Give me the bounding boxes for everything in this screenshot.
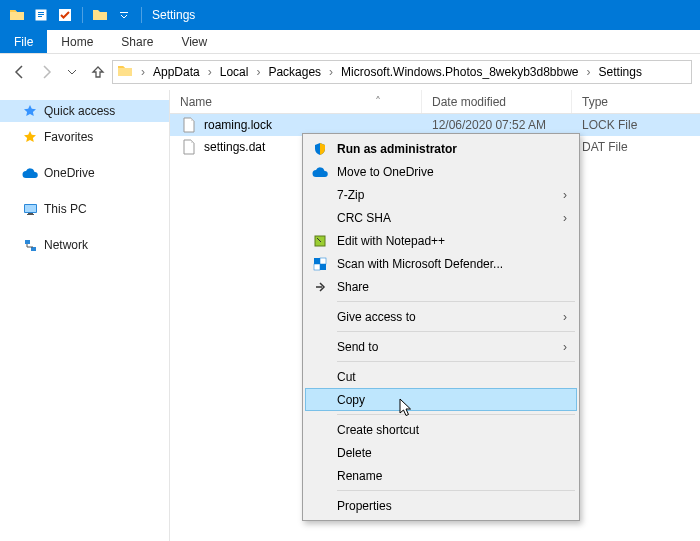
ctx-crc-sha[interactable]: CRC SHA › bbox=[305, 206, 577, 229]
ctx-label: Scan with Microsoft Defender... bbox=[337, 257, 503, 271]
ctx-cut[interactable]: Cut bbox=[305, 365, 577, 388]
tab-share[interactable]: Share bbox=[107, 30, 167, 53]
chevron-right-icon[interactable]: › bbox=[583, 65, 595, 79]
crumb-settings[interactable]: Settings bbox=[595, 65, 646, 79]
sidebar-label: OneDrive bbox=[44, 166, 95, 180]
header-date[interactable]: Date modified bbox=[422, 90, 572, 113]
crumb-packages[interactable]: Packages bbox=[264, 65, 325, 79]
ctx-create-shortcut[interactable]: Create shortcut bbox=[305, 418, 577, 441]
chevron-right-icon: › bbox=[563, 211, 567, 225]
file-name: settings.dat bbox=[204, 140, 265, 154]
sidebar-item-favorites[interactable]: Favorites bbox=[0, 126, 169, 148]
sidebar-item-quick-access[interactable]: Quick access bbox=[0, 100, 169, 122]
sidebar-item-this-pc[interactable]: This PC bbox=[0, 198, 169, 220]
back-button[interactable] bbox=[8, 60, 32, 84]
header-type[interactable]: Type bbox=[572, 90, 700, 113]
crumb-appdata[interactable]: AppData bbox=[149, 65, 204, 79]
ctx-label: Cut bbox=[337, 370, 356, 384]
address-bar[interactable]: › AppData › Local › Packages › Microsoft… bbox=[112, 60, 692, 84]
ctx-label: Properties bbox=[337, 499, 392, 513]
svg-rect-5 bbox=[120, 12, 128, 13]
chevron-right-icon[interactable]: › bbox=[325, 65, 337, 79]
cloud-icon bbox=[311, 163, 329, 181]
ctx-share[interactable]: Share bbox=[305, 275, 577, 298]
sidebar-label: Network bbox=[44, 238, 88, 252]
context-menu: Run as administrator Move to OneDrive 7-… bbox=[302, 133, 580, 521]
tab-file[interactable]: File bbox=[0, 30, 47, 53]
sidebar-label: This PC bbox=[44, 202, 87, 216]
properties-icon[interactable] bbox=[30, 4, 52, 26]
ctx-copy[interactable]: Copy bbox=[305, 388, 577, 411]
qat-dropdown-icon[interactable] bbox=[113, 4, 135, 26]
qat-divider-2 bbox=[141, 7, 142, 23]
crumb-photos[interactable]: Microsoft.Windows.Photos_8wekyb3d8bbwe bbox=[337, 65, 582, 79]
svg-rect-15 bbox=[314, 264, 320, 270]
file-icon bbox=[182, 117, 198, 133]
ctx-label: Edit with Notepad++ bbox=[337, 234, 445, 248]
address-folder-icon bbox=[117, 63, 135, 81]
ctx-label: Delete bbox=[337, 446, 372, 460]
nav-row: › AppData › Local › Packages › Microsoft… bbox=[0, 54, 700, 90]
ctx-separator bbox=[337, 490, 575, 491]
ctx-label: Create shortcut bbox=[337, 423, 419, 437]
sidebar-item-network[interactable]: Network bbox=[0, 234, 169, 256]
chevron-right-icon[interactable]: › bbox=[204, 65, 216, 79]
ctx-properties[interactable]: Properties bbox=[305, 494, 577, 517]
notepad-icon bbox=[311, 232, 329, 250]
crumb-local[interactable]: Local bbox=[216, 65, 253, 79]
up-button[interactable] bbox=[86, 60, 110, 84]
ctx-separator bbox=[337, 414, 575, 415]
ribbon-tabs: File Home Share View bbox=[0, 30, 700, 54]
chevron-right-icon[interactable]: › bbox=[252, 65, 264, 79]
chevron-right-icon: › bbox=[563, 188, 567, 202]
recent-dropdown[interactable] bbox=[60, 60, 84, 84]
window-title: Settings bbox=[152, 8, 195, 22]
svg-rect-2 bbox=[38, 14, 44, 15]
ctx-move-onedrive[interactable]: Move to OneDrive bbox=[305, 160, 577, 183]
folder-small-icon bbox=[89, 4, 111, 26]
titlebar: Settings bbox=[0, 0, 700, 30]
ctx-give-access[interactable]: Give access to › bbox=[305, 305, 577, 328]
chevron-right-icon[interactable]: › bbox=[137, 65, 149, 79]
share-icon bbox=[311, 278, 329, 296]
ctx-send-to[interactable]: Send to › bbox=[305, 335, 577, 358]
ctx-label: Share bbox=[337, 280, 369, 294]
sidebar-item-onedrive[interactable]: OneDrive bbox=[0, 162, 169, 184]
svg-rect-16 bbox=[320, 264, 326, 270]
ctx-label: Run as administrator bbox=[337, 142, 457, 156]
sidebar-label: Quick access bbox=[44, 104, 115, 118]
svg-rect-14 bbox=[320, 258, 326, 264]
svg-rect-11 bbox=[31, 247, 36, 251]
chevron-right-icon: › bbox=[563, 340, 567, 354]
tab-home[interactable]: Home bbox=[47, 30, 107, 53]
ctx-label: Give access to bbox=[337, 310, 416, 324]
ctx-rename[interactable]: Rename bbox=[305, 464, 577, 487]
breadcrumb: › AppData › Local › Packages › Microsoft… bbox=[137, 65, 646, 79]
ctx-run-admin[interactable]: Run as administrator bbox=[305, 137, 577, 160]
ctx-label: Send to bbox=[337, 340, 378, 354]
quick-access-toolbar bbox=[6, 4, 146, 26]
file-type: LOCK File bbox=[572, 118, 700, 132]
ctx-delete[interactable]: Delete bbox=[305, 441, 577, 464]
sort-asc-icon: ˄ bbox=[375, 95, 381, 109]
tab-view[interactable]: View bbox=[167, 30, 221, 53]
ctx-label: Copy bbox=[337, 393, 365, 407]
ctx-label: CRC SHA bbox=[337, 211, 391, 225]
cloud-icon bbox=[22, 165, 38, 181]
ctx-separator bbox=[337, 361, 575, 362]
sidebar-label: Favorites bbox=[44, 130, 93, 144]
ctx-edit-npp[interactable]: Edit with Notepad++ bbox=[305, 229, 577, 252]
defender-icon bbox=[311, 255, 329, 273]
qat-divider bbox=[82, 7, 83, 23]
header-name-label: Name bbox=[180, 95, 212, 109]
svg-rect-3 bbox=[38, 16, 42, 17]
star-icon bbox=[22, 103, 38, 119]
header-name[interactable]: Name ˄ bbox=[170, 90, 422, 113]
sidebar: Quick access Favorites OneDrive This PC bbox=[0, 90, 170, 541]
ctx-scan-defender[interactable]: Scan with Microsoft Defender... bbox=[305, 252, 577, 275]
ctx-7zip[interactable]: 7-Zip › bbox=[305, 183, 577, 206]
star-outline-icon bbox=[22, 129, 38, 145]
checkmark-icon[interactable] bbox=[54, 4, 76, 26]
file-date: 12/06/2020 07:52 AM bbox=[422, 118, 572, 132]
ctx-label: Move to OneDrive bbox=[337, 165, 434, 179]
